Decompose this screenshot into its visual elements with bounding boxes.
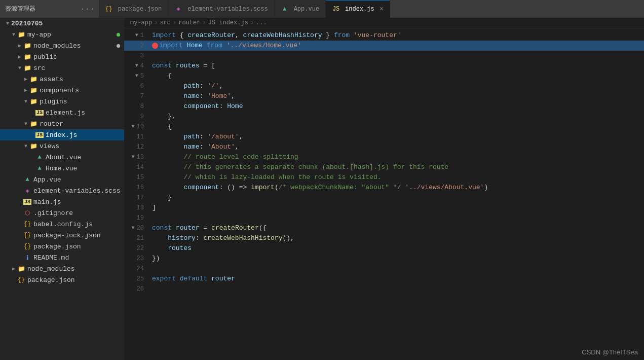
folder-label: components xyxy=(40,87,79,94)
sidebar-item-my-app[interactable]: ▼ 📁 my-app xyxy=(0,29,124,40)
md-file-icon: ℹ xyxy=(23,254,31,262)
line-number-5: ▼ 5 xyxy=(124,71,152,81)
sidebar-item-element-js[interactable]: JS element.js xyxy=(0,107,124,118)
folder-arrow: ▶ xyxy=(16,54,23,60)
code-line-2: 2 import Home from '../views/Home.vue' xyxy=(124,41,644,51)
sidebar-item-src[interactable]: ▼ 📁 src xyxy=(0,62,124,74)
code-line-7: 7 name: 'Home', xyxy=(124,91,644,101)
tab-index-js[interactable]: JS index.js × xyxy=(326,0,390,18)
sidebar-item-app-vue[interactable]: ▲ App.vue xyxy=(0,174,124,185)
folder-icon: 📁 xyxy=(23,53,31,61)
sidebar-item-assets[interactable]: ▶ 📁 assets xyxy=(0,74,124,85)
code-line-24: 24 xyxy=(124,264,644,274)
js-icon: JS xyxy=(332,6,340,13)
sidebar-item-main-js[interactable]: JS main.js xyxy=(0,196,124,207)
sidebar-item-components[interactable]: ▶ 📁 components xyxy=(0,85,124,96)
line-number-11: 11 xyxy=(124,132,152,142)
sidebar-item-node-modules2[interactable]: ▶ 📁 node_modules xyxy=(0,263,124,274)
breadcrumb-item: JS index.js xyxy=(208,19,248,26)
sidebar-item-readme[interactable]: ℹ README.md xyxy=(0,252,124,263)
file-tree: ▼ 📁 my-app ▶ 📁 node_modules ▶ 📁 public ▼ xyxy=(0,29,124,360)
fold-arrow[interactable]: ▼ xyxy=(132,122,135,132)
code-line-6: 6 path: '/', xyxy=(124,81,644,91)
sidebar-item-elem-scss[interactable]: ◈ element-variables.scss xyxy=(0,185,124,196)
json-file-icon: {} xyxy=(23,243,31,250)
js-file-icon: JS xyxy=(23,199,31,205)
folder-arrow: ▼ xyxy=(16,65,23,71)
sidebar-item-babel-config[interactable]: {} babel.config.js xyxy=(0,219,124,230)
sidebar-item-index-js[interactable]: JS index.js xyxy=(0,129,124,140)
folder-label: node_modules xyxy=(33,42,81,50)
modified-badge xyxy=(117,33,120,37)
line-content-15: // which is lazy-loaded when the route i… xyxy=(152,172,644,183)
code-line-15: 15 // which is lazy-loaded when the rout… xyxy=(124,172,644,183)
line-number-20: ▼ 20 xyxy=(124,223,152,233)
tab-app-vue[interactable]: ▲ App.vue xyxy=(275,0,326,18)
line-number-1: ▼ 1 xyxy=(124,30,152,41)
line-content-1: import { createRouter, createWebHashHist… xyxy=(152,30,644,41)
tab-element-variables-scss[interactable]: ◈ element-variables.scss xyxy=(168,0,274,18)
code-line-5: ▼ 5 { xyxy=(124,71,644,81)
file-label: element-variables.scss xyxy=(33,187,121,195)
folder-arrow: ▶ xyxy=(16,43,23,49)
line-number-21: 21 xyxy=(124,233,152,243)
code-editor[interactable]: ▼ 1 import { createRouter, createWebHash… xyxy=(124,28,644,360)
sidebar-item-root-pkg[interactable]: {} package.json xyxy=(0,274,124,285)
code-line-26: 26 xyxy=(124,284,644,294)
sidebar-item-public[interactable]: ▶ 📁 public xyxy=(0,51,124,62)
tab-label: index.js xyxy=(345,6,374,13)
file-label: package.json xyxy=(33,243,81,250)
line-number-13: ▼ 13 xyxy=(124,152,152,162)
line-number-8: 8 xyxy=(124,101,152,112)
line-content-4: const routes = [ xyxy=(152,61,644,71)
fold-arrow[interactable]: ▼ xyxy=(132,223,135,233)
folder-label: public xyxy=(33,53,57,61)
line-content-17: } xyxy=(152,193,644,203)
error-dot xyxy=(152,43,158,49)
fold-arrow[interactable]: ▼ xyxy=(135,61,138,71)
sidebar-item-views[interactable]: ▼ 📁 views xyxy=(0,140,124,152)
sidebar-item-router[interactable]: ▼ 📁 router xyxy=(0,118,124,129)
line-number-9: 9 xyxy=(124,112,152,122)
fold-arrow[interactable]: ▼ xyxy=(135,71,138,81)
code-line-4: ▼ 4 const routes = [ xyxy=(124,61,644,71)
folder-label: assets xyxy=(40,76,63,83)
vue-file-icon: ▲ xyxy=(23,176,31,183)
fold-arrow[interactable]: ▼ xyxy=(135,30,138,41)
file-label: package.json xyxy=(27,276,75,284)
sidebar-item-home-vue[interactable]: ▲ Home.vue xyxy=(0,163,124,174)
folder-icon: 📁 xyxy=(29,87,37,94)
sidebar-item-pkg-lock[interactable]: {} package-lock.json xyxy=(0,230,124,241)
line-number-16: 16 xyxy=(124,183,152,193)
folder-label: src xyxy=(33,64,45,72)
line-content-5: { xyxy=(152,71,644,81)
file-label: element.js xyxy=(46,109,85,117)
title-bar: 资源管理器 ··· {} package.json ◈ element-vari… xyxy=(0,0,644,18)
file-label: About.vue xyxy=(46,154,81,161)
js-file-icon: JS xyxy=(35,132,44,138)
line-number-22: 22 xyxy=(124,243,152,254)
code-line-8: 8 component: Home xyxy=(124,101,644,112)
line-content-10: { xyxy=(152,122,644,132)
sidebar-item-plugins[interactable]: ▼ 📁 plugins xyxy=(0,96,124,107)
line-number-3: 3 xyxy=(124,51,152,61)
more-actions-button[interactable]: ··· xyxy=(80,5,95,14)
close-tab-button[interactable]: × xyxy=(380,5,384,13)
sidebar-item-node-modules[interactable]: ▶ 📁 node_modules xyxy=(0,40,124,51)
sidebar-root[interactable]: ▼ 20210705 xyxy=(0,18,124,29)
tab-package-json[interactable]: {} package.json xyxy=(99,0,168,18)
file-label: package-lock.json xyxy=(33,232,101,239)
folder-label: my-app xyxy=(27,31,51,39)
line-number-25: 25 xyxy=(124,274,152,284)
sidebar-item-pkg-json[interactable]: {} package.json xyxy=(0,241,124,252)
vue-icon: ▲ xyxy=(281,6,289,13)
sidebar-item-about-vue[interactable]: ▲ About.vue xyxy=(0,152,124,163)
line-content-13: // route level code-splitting xyxy=(152,152,644,162)
sidebar-item-gitignore[interactable]: ⬡ .gitignore xyxy=(0,207,124,219)
line-number-6: 6 xyxy=(124,81,152,91)
code-line-3: 3 xyxy=(124,51,644,61)
fold-arrow[interactable]: ▼ xyxy=(132,152,135,162)
folder-icon: 📁 xyxy=(23,42,31,50)
folder-arrow: ▼ xyxy=(22,99,29,104)
code-line-10: ▼ 10 { xyxy=(124,122,644,132)
